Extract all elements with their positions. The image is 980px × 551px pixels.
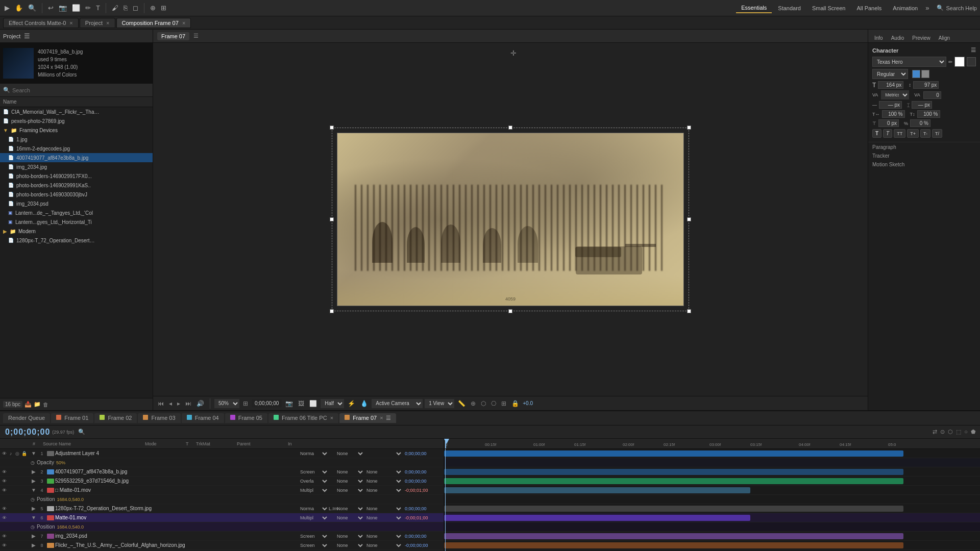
layer-parent-6[interactable]: None [364, 515, 403, 521]
tab-frame-02[interactable]: Frame 02 [94, 413, 137, 423]
import-btn[interactable]: 📥 [24, 401, 32, 408]
handle-br[interactable] [687, 309, 691, 313]
text-tool-icon[interactable]: T [94, 3, 102, 13]
fit-view-icon[interactable]: ⊞ [241, 399, 250, 408]
layer-parent-3[interactable]: None [364, 478, 403, 484]
layer-vis-icon-6[interactable]: 👁 [1, 515, 7, 520]
scale-h-input[interactable]: 100 % [882, 110, 905, 118]
list-item[interactable]: 📄 1280px-T_72_Operation_Desert… [0, 236, 153, 245]
zoom-tool-icon[interactable]: 🔍 [27, 3, 38, 13]
next-frame-icon[interactable]: ▸ [176, 399, 182, 408]
font-style-select[interactable]: Regular [872, 69, 908, 79]
layer-expand-5[interactable]: ▶ [31, 506, 37, 511]
layer-expand-3[interactable]: ▶ [31, 478, 37, 484]
list-item[interactable]: 📄 pexels-photo-27869.jpg [0, 116, 153, 126]
baseline-input-2[interactable]: 0 px [878, 119, 899, 127]
layer-mode-5[interactable]: Norma [298, 506, 329, 512]
workspace-standard[interactable]: Standard [773, 4, 806, 13]
layer-vis-icon-5[interactable]: 👁 [1, 506, 7, 511]
stroke-color-swatch-2[interactable] [921, 70, 929, 78]
handle-tm[interactable] [508, 126, 512, 130]
folder-new-btn[interactable]: 📁 [34, 401, 41, 408]
tab-menu-07[interactable]: ☰ [386, 415, 391, 421]
layer-vis-icon-7[interactable]: 👁 [1, 534, 7, 539]
layer-expand-6[interactable]: ▼ [31, 515, 37, 520]
layer-parent-1[interactable] [364, 450, 403, 457]
project-search-input[interactable] [12, 87, 150, 93]
list-item[interactable]: 📄 photo-borders-1469029917FX0... [0, 171, 153, 181]
format-sub-btn[interactable]: T/ [932, 129, 942, 138]
grid-icon[interactable]: ⊞ [500, 399, 508, 408]
selection-tool-icon[interactable]: ▶ [3, 3, 11, 13]
audio-icon[interactable]: 🔊 [195, 399, 206, 408]
tab-frame-03[interactable]: Frame 03 [138, 413, 180, 423]
tab-frame-05[interactable]: Frame 05 [225, 413, 267, 423]
comp-menu-icon[interactable]: ☰ [193, 33, 199, 39]
tab-composition[interactable]: Composition Frame 07 × [116, 18, 191, 28]
tracking-input[interactable] [923, 91, 941, 99]
tab-frame-07[interactable]: Frame 07 × ☰ [339, 413, 396, 423]
project-panel-menu[interactable]: ☰ [22, 31, 32, 41]
tl-tool-5[interactable]: ○ [963, 428, 969, 436]
region-tool-icon[interactable]: ⬜ [70, 3, 82, 13]
layer-expand-7[interactable]: ▶ [31, 533, 37, 539]
layer-trkmat-5[interactable]: None [335, 506, 364, 512]
folder-item-modern[interactable]: ▶ 📁 Modern [0, 227, 153, 236]
layer-expand-8[interactable]: ▶ [31, 542, 37, 548]
layer-trkmat-8[interactable]: None [335, 542, 364, 548]
layer-parent-8[interactable]: None [364, 542, 403, 548]
layer-row-8[interactable]: 👁 ▶ 8 Flickr_–_The_U.S._Army_–_Colorful_… [0, 541, 444, 550]
list-item[interactable]: 📄 photo-borders-1469030030jbvJ [0, 190, 153, 199]
character-menu-icon[interactable]: ☰ [971, 47, 976, 54]
layer-trkmat-2[interactable]: None [335, 469, 364, 475]
more-workspaces-icon[interactable]: » [924, 3, 930, 13]
layer-row-5[interactable]: 👁 ▶ 5 1280px-T-72_Operation_Desert_Storm… [0, 504, 444, 513]
layer-mode-2[interactable]: Screen [298, 469, 329, 475]
color-picker-icon[interactable]: 💧 [359, 399, 370, 408]
layer-mode-6[interactable]: Multipl [298, 515, 329, 521]
list-item[interactable]: ▣ Lantern...gyes_Ltd,_Horizontal_Ti [0, 217, 153, 227]
tab-frame-01[interactable]: Frame 01 [51, 413, 93, 423]
eraser-icon[interactable]: ◻ [131, 3, 140, 13]
delete-btn[interactable]: 🗑 [43, 402, 48, 408]
line-height-input[interactable]: 97 px [913, 81, 939, 89]
handle-tl[interactable] [330, 126, 334, 130]
views-select[interactable]: 1 View [425, 399, 454, 408]
list-item[interactable]: 📄 photo-borders-1469029991KaS.. [0, 181, 153, 190]
layer-vis-icon-2[interactable]: 👁 [1, 469, 7, 474]
layer-mode-4[interactable]: Multipl [298, 487, 329, 493]
3d-toggle-icon[interactable]: ⎔ [489, 399, 498, 408]
font-size-input[interactable]: 164 px [878, 81, 903, 89]
tab-preview[interactable]: Preview [908, 34, 935, 42]
handle-bm[interactable] [508, 309, 512, 313]
roto-brush-icon[interactable]: ⊕ [149, 3, 157, 13]
format-super-btn[interactable]: T- [920, 129, 930, 138]
layer-mode-3[interactable]: Overla [298, 478, 329, 484]
camera-icon[interactable]: 📷 [57, 3, 68, 13]
ruler-icon[interactable]: 📏 [456, 399, 467, 408]
layer-vis-icon-4[interactable]: 👁 [1, 488, 7, 493]
tl-tool-6[interactable]: ⬟ [970, 428, 977, 436]
layer-vis-icon-1[interactable]: 👁 [1, 451, 7, 456]
layer-vis-icon-8[interactable]: 👁 [1, 543, 7, 548]
layer-audio-icon-1[interactable]: ♪ [8, 451, 14, 456]
snapshot-icon[interactable]: 📷 [284, 399, 295, 408]
font-color-swatch[interactable] [954, 57, 965, 67]
format-bold-btn[interactable]: T [872, 129, 881, 138]
metrics-select[interactable]: Metrics [881, 90, 909, 99]
tab-project[interactable]: Project × [80, 18, 115, 28]
prev-frame-icon[interactable]: ◂ [167, 399, 174, 408]
search-timeline-icon[interactable]: 🔍 [78, 429, 85, 435]
tab-align[interactable]: Align [935, 34, 954, 42]
timecode-display[interactable]: 0;00;00;00 [252, 399, 282, 407]
layer-row-1[interactable]: 👁 ♪ ◎ 🔒 ▼ 1 Adjustment Layer 4 Norma Non… [0, 449, 444, 458]
workspace-essentials[interactable]: Essentials [736, 3, 772, 13]
layer-mode-1[interactable]: Norma [298, 450, 329, 457]
list-item-selected[interactable]: 📄 4007419077_af847e3b8a_b.jpg [0, 153, 153, 162]
tab-audio[interactable]: Audio [887, 34, 909, 42]
format-italic-btn[interactable]: T [883, 129, 892, 138]
layer-lock-icon-1[interactable]: 🔒 [21, 451, 27, 456]
brush-tool-icon[interactable]: 🖌 [110, 3, 120, 13]
layer-trkmat-4[interactable]: None [335, 487, 364, 493]
preview-end-icon[interactable]: ⏭ [184, 399, 193, 408]
